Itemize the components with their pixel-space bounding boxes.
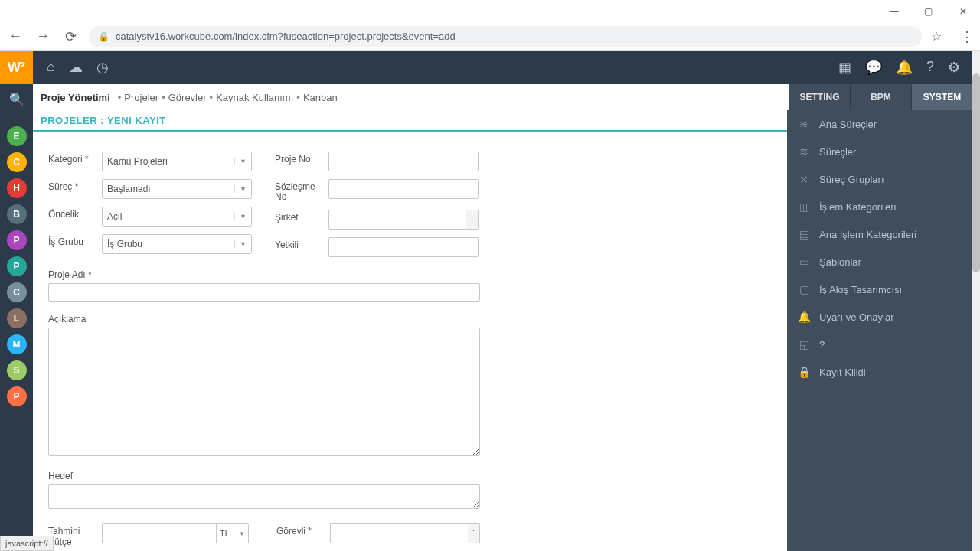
dock-avatar[interactable]: H — [7, 178, 27, 198]
mode-tab-bpm[interactable]: BPM — [850, 84, 911, 110]
right-panel-item-icon: ⤭ — [798, 173, 810, 185]
sirket-picker-button[interactable]: ⋮ — [466, 210, 479, 230]
right-panel-item-label: Ana Süreçler — [819, 119, 877, 130]
right-panel-item-label: İşlem Kategorileri — [819, 201, 896, 213]
app-logo[interactable]: W² — [0, 51, 33, 84]
bell-icon[interactable]: 🔔 — [896, 59, 913, 76]
app-header: W² ⌂ ☁ ◷ ▦ 💬 🔔 ? ⚙ — [0, 51, 972, 84]
bookmark-star-icon[interactable]: ☆ — [931, 29, 942, 44]
tahmini-butce-currency-select[interactable]: TL — [217, 523, 249, 543]
window-minimize-icon[interactable]: — — [877, 0, 911, 23]
gorevli-picker-button[interactable]: ⋮ — [468, 523, 480, 543]
surec-select[interactable]: Başlamadı — [102, 179, 252, 199]
url-text: catalystv16.workcube.com/index.cfm?fusea… — [116, 31, 913, 42]
browser-status-bar: javascript:// — [0, 536, 54, 551]
back-button[interactable]: ← — [6, 28, 24, 44]
isgrubu-select[interactable]: İş Grubu — [102, 234, 252, 254]
dock-avatar[interactable]: P — [7, 230, 27, 250]
breadcrumb-link[interactable]: Görevler — [168, 92, 207, 103]
tahmini-butce-label: Tahmini Bütçe — [48, 523, 96, 546]
dock-avatar[interactable]: P — [7, 256, 27, 276]
projeno-label: Proje No — [275, 152, 322, 165]
lock-icon: 🔒 — [98, 31, 109, 42]
right-panel-item-icon: 🔔 — [798, 311, 810, 323]
dock-avatar[interactable]: L — [7, 308, 27, 328]
aciklama-label: Açıklama — [48, 314, 772, 324]
search-icon[interactable]: 🔍 — [9, 92, 24, 106]
right-panel-item[interactable]: ▥İşlem Kategorileri — [787, 193, 972, 220]
kategori-select[interactable]: Kamu Projeleri — [102, 152, 252, 171]
yetkili-label: Yetkili — [275, 237, 322, 250]
tahmini-butce-input[interactable] — [102, 523, 217, 543]
right-panel-item[interactable]: ≋Süreçler — [787, 138, 972, 165]
breadcrumb-link[interactable]: Projeler — [124, 92, 158, 103]
dock-avatar[interactable]: P — [7, 386, 27, 406]
right-panel-item[interactable]: ▭Şablonlar — [787, 248, 972, 276]
dock-avatar[interactable]: E — [7, 126, 27, 146]
hedef-textarea[interactable] — [48, 484, 480, 509]
page-scrollbar[interactable] — [972, 51, 980, 551]
window-close-icon[interactable]: ✕ — [946, 0, 980, 23]
right-panel-item-icon: ≋ — [798, 145, 810, 158]
right-panel-item-icon: ▤ — [798, 228, 810, 240]
right-panel-item-icon: ▢ — [798, 283, 810, 295]
breadcrumb-link[interactable]: Kanban — [303, 92, 338, 103]
gear-icon[interactable]: ⚙ — [948, 59, 960, 76]
right-panel-item[interactable]: ▢İş Akış Tasarımcısı — [787, 276, 972, 303]
home-icon[interactable]: ⌂ — [47, 59, 55, 76]
mode-tab-setting[interactable]: SETTING — [789, 84, 850, 110]
oncelik-select[interactable]: Acil — [102, 207, 252, 227]
surec-label: Süreç * — [48, 179, 96, 192]
aciklama-textarea[interactable] — [48, 328, 480, 456]
right-panel-item-label: Süreç Grupları — [819, 174, 884, 185]
right-panel-item[interactable]: ◱? — [787, 331, 972, 358]
yetkili-input[interactable] — [328, 237, 479, 257]
right-panel-item-icon: 🔒 — [798, 366, 810, 378]
dock-avatar[interactable]: C — [7, 152, 27, 172]
sozlesme-label: Sözleşme No — [275, 179, 322, 202]
right-panel-item[interactable]: ⤭Süreç Grupları — [787, 165, 972, 193]
help-icon[interactable]: ? — [926, 59, 934, 76]
reload-button[interactable]: ⟳ — [61, 28, 80, 45]
breadcrumb-main[interactable]: Proje Yönetimi — [41, 92, 110, 103]
clock-icon[interactable]: ◷ — [96, 59, 109, 76]
sozlesme-input[interactable] — [328, 179, 479, 199]
browser-menu-icon[interactable]: ⋮ — [960, 28, 974, 45]
dock-avatar[interactable]: B — [7, 204, 27, 224]
dock-avatar[interactable]: S — [7, 360, 27, 380]
gorevli-input[interactable] — [330, 523, 468, 543]
oncelik-label: Öncelik — [48, 207, 96, 220]
projeadi-input[interactable] — [48, 283, 480, 302]
sirket-input[interactable] — [328, 210, 466, 230]
mode-tab-system[interactable]: SYSTEM — [911, 84, 972, 110]
window-maximize-icon[interactable]: ▢ — [911, 0, 946, 23]
address-bar[interactable]: 🔒 catalystv16.workcube.com/index.cfm?fus… — [89, 26, 922, 47]
dock-avatar[interactable]: C — [7, 282, 27, 302]
projeadi-label: Proje Adı * — [48, 269, 772, 280]
calendar-icon[interactable]: ▦ — [838, 59, 851, 76]
right-panel-item[interactable]: 🔔Uyarı ve Onaylar — [787, 303, 972, 331]
right-panel-item[interactable]: 🔒Kayıt Kilidi — [787, 358, 972, 386]
right-panel-item-label: Süreçler — [819, 146, 856, 158]
right-panel-item-label: ? — [819, 339, 825, 350]
forward-button[interactable]: → — [34, 28, 52, 44]
right-panel-item[interactable]: ▤Ana İşlem Kategorileri — [787, 220, 972, 248]
chat-icon[interactable]: 💬 — [865, 59, 882, 76]
hedef-label: Hedef — [48, 471, 772, 481]
right-panel-item-label: Kayıt Kilidi — [819, 367, 866, 378]
projeno-input[interactable] — [328, 152, 479, 171]
breadcrumb-link[interactable]: Kaynak Kullanımı — [216, 92, 293, 103]
isgrubu-label: İş Grubu — [48, 234, 96, 247]
dock-avatar[interactable]: M — [7, 334, 27, 354]
scroll-thumb[interactable] — [972, 73, 980, 272]
cloud-icon[interactable]: ☁ — [69, 59, 83, 76]
gorevli-label: Görevli * — [276, 523, 324, 536]
right-panel-item[interactable]: ≋Ana Süreçler — [787, 110, 972, 138]
right-panel-item-icon: ◱ — [798, 338, 810, 350]
right-sidebar: ≋Ana Süreçler≋Süreçler⤭Süreç Grupları▥İş… — [787, 110, 972, 551]
form-area: Kategori * Kamu Projeleri Süreç * Başlam… — [33, 138, 787, 547]
right-panel-item-icon: ≋ — [798, 118, 810, 130]
page-title: PROJELER : YENI KAYIT — [41, 115, 166, 126]
right-panel-item-label: Uyarı ve Onaylar — [819, 311, 894, 323]
page-title-bar: PROJELER : YENI KAYIT — [33, 110, 787, 132]
